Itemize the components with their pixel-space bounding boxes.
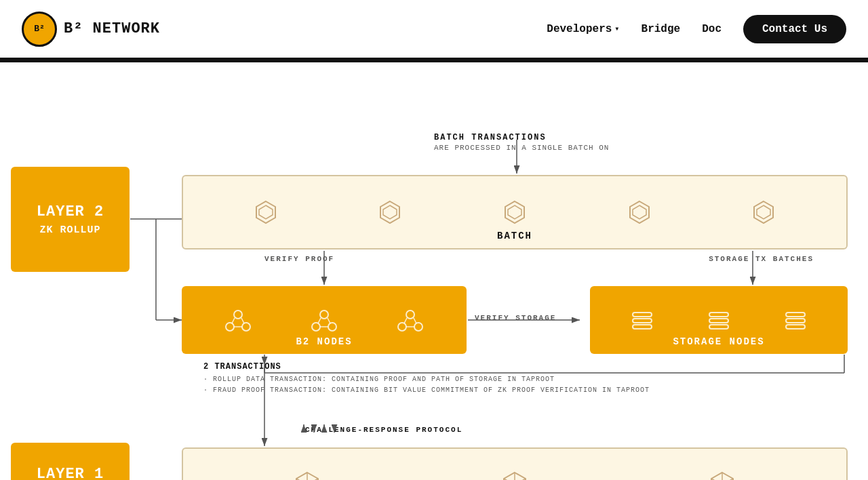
logo-area: B² B² NETWORK [22, 12, 160, 47]
svg-point-22 [406, 311, 414, 319]
node-icon-1 [224, 306, 252, 334]
layer2-subtitle: ZK ROLLUP [39, 224, 100, 236]
svg-rect-34 [786, 313, 805, 317]
layer1-title: LAYER 1 [37, 466, 104, 481]
node-icon-2 [311, 306, 338, 334]
svg-point-11 [226, 323, 234, 331]
svg-marker-9 [757, 205, 770, 219]
svg-rect-29 [633, 319, 652, 323]
nav: Developers ▾ Bridge Doc Contact Us [547, 15, 846, 43]
challenge-label: CHALLENGE-RESPONSE PROTOCOL [305, 426, 462, 434]
layer1-box: LAYER 1 BITCOIN [11, 443, 130, 480]
hex-icon-4 [627, 200, 652, 224]
batch-box: BATCH [182, 175, 848, 249]
b2nodes-label: B2 NODES [296, 336, 352, 347]
verify-storage-label: VERIFY STORAGE [475, 314, 556, 322]
batch-tx-label: BATCH TRANSACTIONS ARE PROCESSED IN A SI… [434, 133, 609, 152]
svg-rect-31 [709, 313, 728, 317]
batch-tx-title: BATCH TRANSACTIONS [434, 133, 609, 142]
nav-doc[interactable]: Doc [702, 23, 722, 35]
tx-item2: · FRAUD PROOF TRANSACTION: CONTAINING BI… [203, 385, 841, 396]
layer2-title: LAYER 2 [37, 203, 104, 220]
layer2-box: LAYER 2 ZK ROLLUP [11, 167, 130, 272]
tx-item1: · ROLLUP DATA TRANSACTION: CONTAINING PR… [203, 374, 841, 385]
hex-icon-3 [502, 200, 527, 224]
block-icon-1 [292, 470, 322, 480]
svg-rect-32 [709, 319, 728, 323]
svg-line-14 [241, 318, 244, 323]
logo-text: B² NETWORK [64, 20, 160, 37]
header: B² B² NETWORK Developers ▾ Bridge Doc Co… [0, 0, 868, 60]
node-icon-3 [397, 306, 424, 334]
storage-icon-1 [629, 307, 655, 333]
main-diagram: BATCH TRANSACTIONS ARE PROCESSED IN A SI… [0, 60, 868, 480]
arrows-overlay [0, 60, 868, 480]
hex-icon-5 [751, 200, 776, 224]
storage-box: STORAGE NODES [590, 286, 848, 354]
svg-rect-33 [709, 325, 728, 329]
hex-icon-1 [254, 200, 278, 224]
svg-rect-36 [786, 325, 805, 329]
batch-tx-sub: ARE PROCESSED IN A SINGLE BATCH ON [434, 144, 609, 152]
tx-count: 2 TRANSACTIONS [203, 362, 841, 372]
svg-marker-5 [508, 205, 521, 219]
transactions-area: 2 TRANSACTIONS · ROLLUP DATA TRANSACTION… [203, 362, 841, 396]
svg-line-19 [318, 318, 321, 323]
block-box: BLOCK [182, 447, 848, 480]
hex-icon-2 [378, 200, 402, 224]
chevron-down-icon: ▾ [614, 24, 619, 34]
svg-rect-35 [786, 319, 805, 323]
logo-icon: B² [22, 12, 57, 47]
svg-line-20 [328, 318, 330, 323]
top-bar [0, 60, 868, 62]
nav-bridge[interactable]: Bridge [642, 23, 681, 35]
verify-proof-label: VERIFY PROOF [264, 255, 334, 263]
block-icon-3 [707, 470, 737, 480]
svg-marker-1 [259, 205, 273, 219]
svg-marker-3 [383, 205, 397, 219]
block-icon-2 [500, 470, 530, 480]
storage-icon-3 [783, 307, 808, 333]
svg-rect-30 [633, 325, 652, 329]
batch-label: BATCH [497, 231, 532, 241]
svg-point-12 [242, 323, 250, 331]
storage-icon-2 [706, 307, 732, 333]
contact-button[interactable]: Contact Us [743, 15, 846, 43]
svg-point-16 [320, 311, 328, 319]
svg-marker-7 [633, 205, 646, 219]
svg-point-17 [312, 323, 320, 331]
svg-point-10 [234, 311, 242, 319]
nav-developers[interactable]: Developers ▾ [547, 23, 619, 35]
storage-label: STORAGE NODES [673, 336, 764, 347]
b2nodes-box: B2 NODES [182, 286, 467, 354]
svg-point-18 [328, 323, 336, 331]
svg-line-26 [414, 318, 416, 323]
svg-rect-28 [633, 313, 652, 317]
svg-point-24 [414, 323, 422, 331]
svg-point-23 [398, 323, 406, 331]
svg-line-13 [232, 318, 235, 323]
svg-line-25 [404, 318, 407, 323]
storage-tx-label: STORAGE TX BATCHES [709, 255, 814, 263]
